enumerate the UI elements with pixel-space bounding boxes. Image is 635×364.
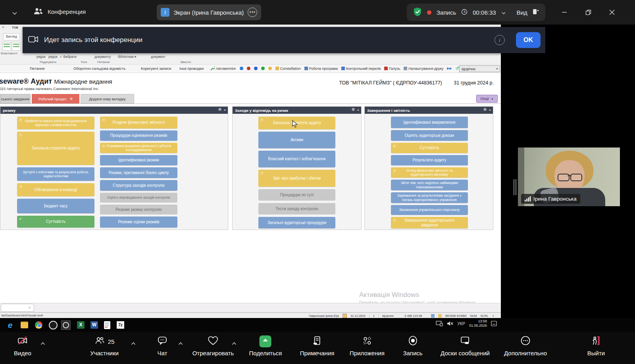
menu-item[interactable]: Коригуючі записи — [141, 66, 171, 71]
participant-video[interactable]: Ірина Гавронська — [518, 148, 620, 206]
toolbar-item[interactable]: Галузь — [384, 67, 400, 71]
workflow-node[interactable]: ◷Прийняття нового клієнта/продовження ві… — [17, 117, 94, 129]
opera-icon[interactable] — [48, 320, 58, 330]
language-indicator[interactable]: УКР — [457, 321, 465, 326]
zoom-toolbar-react-heart[interactable]: Отреагировать — [192, 335, 234, 356]
panel-gear-icon[interactable]: ⚙ — [483, 107, 487, 111]
panel-gear-icon[interactable]: ⚙ — [218, 107, 221, 111]
minimize-button[interactable] — [559, 7, 570, 17]
7zip-icon[interactable]: 7z — [116, 320, 125, 330]
workflow-node[interactable]: Зауваження за результатами засідання з п… — [391, 192, 468, 203]
workflow-node[interactable]: Резюме ризику контролю — [100, 205, 177, 215]
workflow-node[interactable]: Резюме оцінки ризиків — [100, 216, 177, 228]
toolbar-item[interactable]: Налаштування друку — [404, 67, 443, 71]
toolbar-automapping[interactable]: Автомеппінг — [210, 66, 236, 71]
panel-collapse-icon[interactable]: ▲ — [223, 108, 226, 111]
toolbar-refresh-icon[interactable]: ↺ — [456, 66, 459, 71]
zoom-toolbar-record[interactable]: Запись — [403, 335, 422, 356]
ribbon-tab-view[interactable]: Вигляд — [3, 33, 20, 40]
security-shield-icon[interactable] — [413, 7, 422, 18]
chevron-up-icon[interactable] — [40, 340, 46, 347]
menu-item[interactable]: Інші проводки — [179, 66, 204, 71]
word-icon[interactable]: W — [90, 320, 99, 330]
tab-close-icon[interactable]: × — [29, 306, 31, 310]
workflow-node[interactable]: Запевнення управлінського персоналу — [391, 205, 468, 215]
timer-chevron-icon[interactable] — [501, 9, 506, 16]
more-options-icon[interactable]: ••• — [248, 8, 257, 17]
workflow-node[interactable]: ◷Огляд фінансової звітності та аудиторсь… — [391, 167, 468, 178]
workflow-node[interactable]: ◷Загальна стратегія аудиту — [17, 132, 94, 165]
workflow-node[interactable]: Бюджет часу — [17, 199, 94, 213]
ribbon-item[interactable]: рядок — [37, 55, 46, 59]
period-dropdown[interactable]: Щорічно▼ — [459, 65, 500, 72]
doc-close-icon[interactable]: ✕ — [2, 25, 5, 29]
zoom-toolbar-more[interactable]: Дополнительно — [504, 335, 547, 356]
workflow-node[interactable]: Оцініть аудиторські докази — [391, 130, 468, 141]
status-icon-1[interactable] — [431, 314, 435, 318]
file-explorer-icon[interactable] — [20, 320, 29, 330]
ribbon-icon-2[interactable] — [12, 42, 21, 51]
document-tab[interactable]: × — [1, 304, 34, 312]
ribbon-item[interactable]: ✓ Вибрати — [60, 55, 77, 59]
speaker-muted-icon[interactable] — [447, 321, 453, 326]
workflow-node[interactable]: ✔Суттєвість — [17, 216, 94, 228]
workflow-node[interactable]: ◷Завершення аудиторського завдання — [391, 217, 468, 228]
ribbon-item[interactable]: рядок — [48, 55, 58, 59]
toolbar-item[interactable]: Constellation — [275, 67, 301, 71]
toolbar-item[interactable]: Контрольний перелік — [341, 67, 381, 71]
workflow-node[interactable]: Загальні аудиторські процедури — [258, 217, 335, 228]
meeting-menu[interactable]: Конференция — [48, 8, 86, 15]
toolbar-status-dot[interactable] — [268, 67, 272, 70]
workflow-node[interactable]: ◷Обговорення в команді — [17, 183, 94, 196]
workflow-node[interactable]: ◷Суттєвість — [391, 143, 468, 153]
ribbon-item[interactable]: документу — [94, 55, 111, 59]
workflow-node[interactable]: ◷Отримання розуміння діяльності суб’єкта… — [100, 143, 177, 153]
zoom-toolbar-chat[interactable]: Чат — [157, 335, 168, 356]
panel-collapse-icon[interactable]: ▲ — [489, 108, 491, 111]
zoom-toolbar-notes[interactable]: Примечания — [300, 335, 335, 356]
ribbon-item[interactable]: бібліотеки ▾ — [118, 55, 136, 59]
zoom-toolbar-leave[interactable]: Выйти — [587, 335, 605, 356]
menu-item[interactable]: Оборотно-сальдова відомість — [73, 66, 125, 71]
workflow-node[interactable]: ◷Звіт про прибутки і збитки — [258, 170, 335, 187]
tab-engagement[interactable]: ського завдання — [0, 94, 31, 103]
toolbar-status-dot[interactable] — [261, 67, 265, 70]
view-menu[interactable]: Вид — [517, 9, 527, 16]
chrome-icon[interactable] — [34, 320, 43, 330]
options-button[interactable]: Опції▼ — [476, 95, 498, 103]
info-icon[interactable]: i — [495, 35, 505, 45]
document-app-icon[interactable] — [102, 320, 112, 330]
workflow-node[interactable]: Результати аудиту — [391, 155, 468, 165]
toolbar-status-dot[interactable] — [247, 67, 250, 70]
workflow-node[interactable]: Процедури по суті — [258, 189, 335, 201]
tab-add-new[interactable]: Додати нову вкладку — [81, 94, 134, 103]
menu-item[interactable]: Питання — [30, 66, 44, 71]
excel-icon[interactable]: X — [76, 320, 85, 330]
workflow-node[interactable]: Процедури оцінювання ризиків — [100, 130, 177, 141]
tab-gear-icon[interactable]: ⚙ — [70, 97, 73, 101]
toolbar-status-dot[interactable] — [254, 67, 258, 70]
status-dropdown-icon[interactable]: ▼ — [492, 314, 495, 317]
screen-recorder-icon[interactable] — [61, 320, 70, 330]
chevron-up-icon[interactable] — [131, 340, 136, 347]
panel-gear-icon[interactable]: ⚙ — [352, 107, 355, 111]
ok-button[interactable]: OK — [516, 32, 541, 48]
edge-icon[interactable]: e — [6, 320, 15, 330]
toolbar-item[interactable]: Робоча програма — [304, 67, 338, 71]
workflow-node[interactable]: Структура заходів контролю — [100, 180, 177, 191]
zoom-toolbar-share-screen[interactable]: Поделиться — [249, 335, 282, 356]
notification-icon[interactable] — [491, 321, 497, 326]
toolbar-forward-icon[interactable]: ▶▶ — [447, 67, 452, 70]
tab-workflow[interactable]: Робочий процес ⚙ — [32, 94, 79, 103]
workflow-node[interactable]: Ідентифіковані викривлення — [391, 117, 468, 128]
workflow-node[interactable]: ◷Розділи фінансової звітності — [100, 117, 177, 128]
close-button[interactable] — [606, 7, 618, 17]
zoom-toolbar-whiteboard[interactable]: Доски сообщений — [441, 335, 490, 356]
taskbar-clock[interactable]: 13:5801.05.2025 — [469, 319, 487, 328]
workflow-node[interactable]: Активи — [258, 132, 335, 148]
ribbon-icon-1[interactable] — [2, 42, 11, 51]
chevron-down-icon[interactable] — [12, 10, 17, 17]
workflow-node[interactable]: Звіти тим, кого наділено найвищими повно… — [391, 180, 468, 190]
ribbon-item[interactable]: документ — [151, 55, 165, 59]
workflow-node[interactable]: Зустрічі з клієнтами та результати робот… — [17, 167, 94, 181]
